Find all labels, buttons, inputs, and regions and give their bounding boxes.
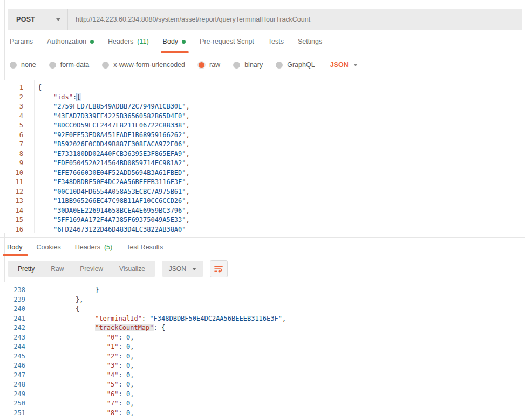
line-number: 245	[0, 352, 37, 362]
body-mode-label: x-www-form-urlencoded	[113, 61, 185, 69]
code-content: "2": 0,	[37, 352, 134, 362]
line-number: 8	[0, 150, 34, 159]
postman-window: POST http://124.223.60.234:8080/system/a…	[0, 0, 525, 420]
line-number: 6	[0, 131, 34, 140]
code-content: "00C10D4FD6554A058A53ECBC7A975B61",	[34, 187, 190, 197]
code-content: "11BB965266EC47C98B11AF10CC6CCD26",	[34, 197, 190, 206]
request-tab-pre-request-script[interactable]: Pre-request Script	[200, 30, 254, 53]
body-mode-none[interactable]: none	[10, 61, 36, 69]
request-tab-settings[interactable]: Settings	[298, 30, 322, 53]
request-tab-label: Authorization	[47, 38, 86, 45]
request-tab-label: Params	[10, 38, 33, 45]
code-content: "30DA0EE226914658BCEA4E6959BC3796",	[34, 206, 190, 216]
code-line: 240 {	[0, 304, 525, 314]
line-number: 11	[0, 178, 34, 187]
response-tab-label: Body	[7, 243, 23, 251]
line-number: 241	[0, 314, 37, 324]
request-tab-params[interactable]: Params	[10, 30, 33, 53]
code-line: 4 "43FAD7D339EF4225B36560582B65D4F0",	[0, 112, 525, 121]
body-mode-label: binary	[244, 61, 263, 69]
line-number: 250	[0, 399, 37, 409]
code-line: 15 "5FF169AA172F4A7385F69375049A5E33",	[0, 215, 525, 225]
request-tab-headers[interactable]: Headers(11)	[108, 30, 149, 53]
code-line: 6 "92F0EF53ED8A451FADE1B68959166262",	[0, 131, 525, 140]
url-input[interactable]: http://124.223.60.234:8080/system/asset/…	[68, 9, 522, 30]
code-content: "5": 0,	[37, 380, 134, 390]
body-mode-binary[interactable]: binary	[233, 61, 263, 69]
request-body-editor[interactable]: 1{2 "ids":[3 "2759FED7EB8549ADBB72C7949A…	[0, 80, 525, 233]
code-line: 239 },	[0, 295, 525, 305]
code-content: "terminalId": "F348DBDBF50E4DC2AA56BEEEB…	[37, 314, 286, 324]
raw-language-select[interactable]: JSON	[330, 61, 358, 69]
request-tab-tests[interactable]: Tests	[268, 30, 284, 53]
radio-icon	[49, 62, 56, 69]
code-line: 12 "00C10D4FD6554A058A53ECBC7A975B61",	[0, 187, 525, 197]
code-content: "6": 0,	[37, 390, 134, 399]
code-content: "7": 0,	[37, 399, 134, 409]
response-tab-label: Headers	[75, 243, 100, 251]
raw-language-label: JSON	[330, 61, 349, 69]
response-tab-cookies[interactable]: Cookies	[37, 238, 61, 257]
view-preview[interactable]: Preview	[72, 261, 111, 277]
body-mode-graphql[interactable]: GraphQL	[276, 61, 315, 69]
radio-icon	[10, 62, 17, 69]
chevron-down-icon	[353, 64, 358, 66]
body-mode-bar: noneform-datax-www-form-urlencodedrawbin…	[10, 53, 525, 76]
line-number: 2	[0, 93, 34, 103]
line-number: 240	[0, 304, 37, 314]
response-tab-body[interactable]: Body	[7, 238, 23, 257]
code-content: }	[37, 286, 99, 295]
code-content: "F348DBDBF50E4DC2AA56BEEEB3116E3F",	[34, 178, 190, 187]
code-line: 8 "E733180DD02A40FCB36395E3F865EFA9",	[0, 150, 525, 159]
tab-count-badge: (11)	[137, 38, 148, 45]
code-content: "43FAD7D339EF4225B36560582B65D4F0",	[34, 112, 190, 121]
response-tab-headers[interactable]: Headers(5)	[75, 238, 113, 257]
response-language-label: JSON	[169, 265, 186, 273]
code-line: 16 "6FD24673122D46D483D4EC3822AB38A0"	[0, 225, 525, 234]
code-line: 245 "2": 0,	[0, 352, 525, 362]
code-content: "92F0EF53ED8A451FADE1B68959166262",	[34, 131, 190, 140]
line-number: 249	[0, 390, 37, 399]
method-select[interactable]: POST	[8, 9, 68, 30]
body-mode-x-www-form-urlencoded[interactable]: x-www-form-urlencoded	[102, 61, 185, 69]
code-line: 9 "EDF050452A214564BD0859714EC981A2",	[0, 159, 525, 168]
code-line: 246 "3": 0,	[0, 361, 525, 371]
body-mode-form-data[interactable]: form-data	[49, 61, 90, 69]
radio-icon	[199, 62, 204, 68]
response-section: BodyCookiesHeaders(5)Test Results Pretty…	[0, 237, 525, 420]
green-status-dot-icon	[90, 40, 94, 44]
code-line: 13 "11BB965266EC47C98B11AF10CC6CCD26",	[0, 197, 525, 206]
line-number: 10	[0, 168, 34, 178]
response-body-editor[interactable]: 238 }239 },240 {241 "terminalId": "F348D…	[0, 282, 525, 420]
code-line: 11 "F348DBDBF50E4DC2AA56BEEEB3116E3F",	[0, 178, 525, 187]
view-visualize[interactable]: Visualize	[111, 261, 153, 277]
code-content: "8DCC0D59ECF2447E8211F06722C88338",	[34, 121, 190, 131]
view-pretty[interactable]: Pretty	[10, 261, 43, 277]
line-number: 13	[0, 197, 34, 206]
wrap-text-button[interactable]	[210, 260, 228, 277]
view-raw[interactable]: Raw	[43, 261, 72, 277]
body-mode-label: form-data	[60, 61, 90, 69]
code-content: {	[34, 83, 42, 93]
response-language-select[interactable]: JSON	[162, 261, 203, 277]
chevron-down-icon	[56, 18, 60, 21]
request-tabs: ParamsAuthorizationHeaders(11)BodyPre-re…	[10, 30, 525, 53]
code-line: 251 "8": 0,	[0, 409, 525, 418]
line-number: 9	[0, 159, 34, 168]
request-url-row: POST http://124.223.60.234:8080/system/a…	[8, 9, 522, 30]
code-line: 238 }	[0, 286, 525, 295]
line-number: 251	[0, 409, 37, 418]
code-content: "3": 0,	[37, 361, 134, 371]
request-tab-body[interactable]: Body	[163, 30, 186, 53]
request-tab-authorization[interactable]: Authorization	[47, 30, 94, 53]
code-line: 247 "4": 0,	[0, 371, 525, 381]
line-number: 243	[0, 333, 37, 343]
line-number: 14	[0, 206, 34, 216]
line-number: 238	[0, 286, 37, 295]
line-number: 7	[0, 140, 34, 150]
body-mode-raw[interactable]: raw	[198, 61, 220, 69]
green-status-dot-icon	[182, 40, 186, 44]
url-text: http://124.223.60.234:8080/system/asset/…	[76, 16, 310, 23]
response-tab-test-results[interactable]: Test Results	[126, 238, 163, 257]
code-content: "EFE7666030E04F52ADD5694B3A61FBED",	[34, 168, 190, 178]
